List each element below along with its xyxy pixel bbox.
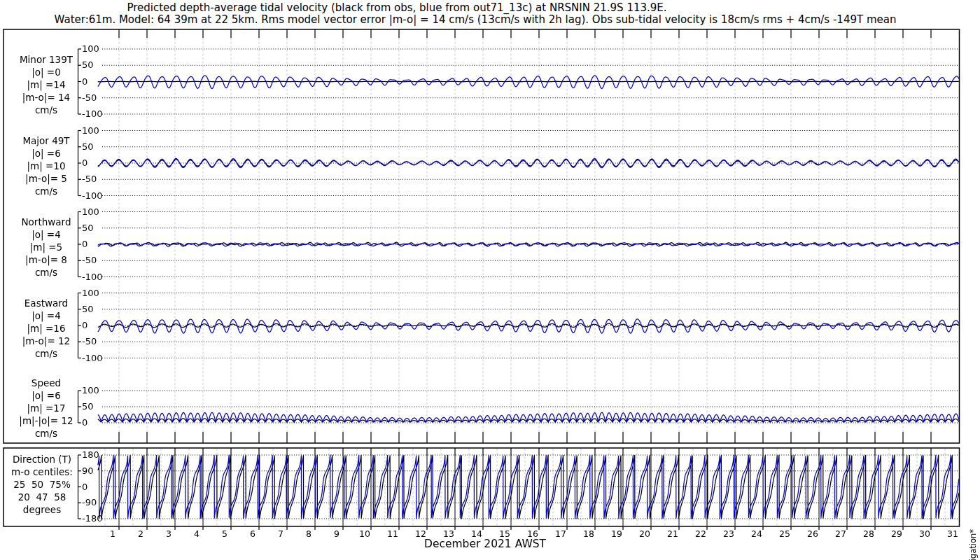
y-tick-label: -100 bbox=[82, 108, 103, 119]
panel-label-line: |m-o|= 14 bbox=[22, 91, 70, 104]
panel-label-line: |m| =17 bbox=[27, 402, 65, 414]
day-tick-label: 7 bbox=[278, 528, 284, 539]
copyright-watermark: © IMOS 11-Sep-2021 19:29:00. *Not for na… bbox=[968, 529, 978, 560]
day-tick-label: 24 bbox=[751, 528, 762, 539]
day-tick-label: 31 bbox=[947, 528, 958, 539]
panel-label-line: Direction (T) bbox=[13, 453, 71, 465]
day-tick-label: 27 bbox=[835, 528, 846, 539]
panel-label-line: 20 47 58 bbox=[18, 491, 66, 503]
x-axis-label: December 2021 AWST bbox=[424, 538, 546, 550]
panel-label-line: |m|-|o|= 12 bbox=[19, 414, 73, 427]
day-tick-label: 28 bbox=[863, 528, 874, 539]
panel-label-line: |o| =6 bbox=[31, 147, 61, 160]
day-tick-label: 6 bbox=[250, 528, 255, 539]
day-tick-label: 1 bbox=[110, 528, 115, 539]
panel-label-line: |o| =6 bbox=[31, 389, 61, 402]
day-tick-label: 21 bbox=[667, 528, 678, 539]
panel-label-line: |m-o|= 8 bbox=[25, 253, 67, 266]
y-tick-label: -90 bbox=[82, 497, 97, 507]
panel-label-line: |m| =16 bbox=[27, 322, 65, 335]
y-tick-label: 0 bbox=[82, 76, 88, 87]
panel-label-line: cm/s bbox=[35, 427, 57, 440]
y-tick-label: 100 bbox=[82, 125, 99, 136]
labels-layer: Minor 139T|o| =0|m| =14|m-o|= 14cm/s1005… bbox=[0, 0, 980, 560]
panel-label-line: cm/s bbox=[35, 104, 57, 116]
y-tick-label: 100 bbox=[82, 288, 99, 298]
y-tick-label: -100 bbox=[82, 272, 103, 282]
y-tick-label: 0 bbox=[82, 417, 88, 428]
y-tick-label: 0 bbox=[82, 158, 88, 168]
panel-label-line: cm/s bbox=[35, 347, 57, 360]
panel-label-line: degrees bbox=[23, 503, 61, 516]
y-tick-label: 100 bbox=[82, 43, 99, 54]
y-tick-label: 0 bbox=[82, 320, 88, 330]
panel-label-line: |m-o|= 5 bbox=[25, 172, 67, 185]
day-tick-label: 4 bbox=[194, 528, 200, 539]
day-tick-label: 20 bbox=[639, 528, 650, 539]
day-tick-label: 5 bbox=[222, 528, 227, 539]
y-tick-label: 0 bbox=[82, 239, 88, 249]
tidal-velocity-figure: Predicted depth-average tidal velocity (… bbox=[0, 0, 980, 560]
panel-label-line: cm/s bbox=[35, 266, 57, 279]
day-tick-label: 19 bbox=[611, 528, 622, 539]
y-tick-label: -50 bbox=[82, 336, 97, 346]
y-tick-label: 50 bbox=[82, 223, 94, 233]
day-tick-label: 23 bbox=[723, 528, 734, 539]
panel-label-line: Northward bbox=[22, 216, 71, 228]
panel-label-line: |o| =0 bbox=[31, 66, 61, 78]
day-tick-label: 22 bbox=[695, 528, 706, 539]
y-tick-label: 90 bbox=[82, 465, 94, 476]
panel-label-line: Major 49T bbox=[22, 134, 69, 147]
panel-label-line: m-o centiles: bbox=[11, 465, 73, 478]
y-tick-label: 50 bbox=[82, 401, 94, 412]
y-tick-label: -50 bbox=[82, 255, 97, 265]
day-tick-label: 29 bbox=[891, 528, 902, 539]
day-tick-label: 8 bbox=[306, 528, 312, 539]
day-tick-label: 25 bbox=[779, 528, 790, 539]
day-tick-label: 26 bbox=[807, 528, 818, 539]
y-tick-label: -100 bbox=[82, 353, 103, 363]
y-tick-label: -50 bbox=[82, 174, 97, 184]
panel-label-line: 25 50 75% bbox=[13, 478, 71, 491]
panel-label-line: cm/s bbox=[35, 185, 57, 197]
panel-label-line: Eastward bbox=[24, 297, 68, 309]
day-tick-label: 11 bbox=[387, 528, 398, 539]
day-tick-label: 3 bbox=[166, 528, 172, 539]
panel-label-line: |o| =4 bbox=[31, 228, 61, 241]
panel-label-line: Minor 139T bbox=[20, 53, 73, 66]
y-tick-label: 100 bbox=[82, 206, 99, 217]
panel-label-line: |m| =10 bbox=[27, 160, 65, 172]
y-tick-label: -50 bbox=[82, 92, 97, 103]
day-tick-label: 2 bbox=[138, 528, 144, 539]
day-tick-label: 9 bbox=[334, 528, 340, 539]
day-tick-label: 17 bbox=[555, 528, 566, 539]
day-tick-label: 10 bbox=[359, 528, 370, 539]
panel-label-line: |m| =14 bbox=[27, 78, 65, 91]
y-tick-label: 100 bbox=[82, 385, 99, 396]
day-tick-label: 30 bbox=[919, 528, 930, 539]
y-tick-label: 50 bbox=[82, 59, 94, 70]
y-tick-label: 0 bbox=[82, 482, 88, 492]
y-tick-label: 180 bbox=[82, 449, 99, 460]
day-tick-label: 18 bbox=[583, 528, 594, 539]
panel-label-line: |m| =5 bbox=[30, 241, 62, 253]
panel-label-line: |m-o|= 12 bbox=[22, 335, 70, 347]
y-tick-label: -180 bbox=[82, 513, 103, 524]
y-tick-label: -100 bbox=[82, 190, 103, 201]
panel-label-line: |o| =4 bbox=[31, 309, 61, 322]
y-tick-label: 50 bbox=[82, 141, 94, 152]
y-tick-label: 50 bbox=[82, 304, 94, 314]
panel-label-line: Speed bbox=[31, 377, 61, 389]
